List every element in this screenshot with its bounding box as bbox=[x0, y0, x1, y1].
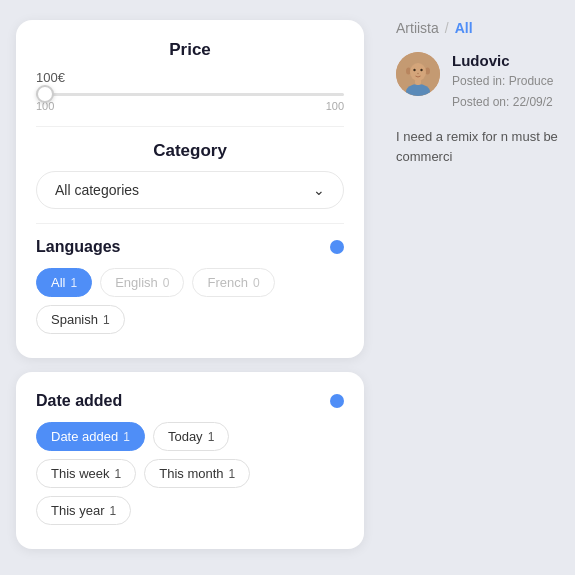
price-title: Price bbox=[36, 40, 344, 60]
slider-track bbox=[36, 93, 344, 96]
left-panel: Price 100€ 100 100 Category All categori… bbox=[0, 0, 380, 575]
divider-category-languages bbox=[36, 223, 344, 224]
language-tag-all[interactable]: All 1 bbox=[36, 268, 92, 297]
date-tag-dateadded[interactable]: Date added 1 bbox=[36, 422, 145, 451]
svg-point-7 bbox=[417, 73, 419, 75]
post-text: I need a remix for n must be commerci bbox=[396, 127, 559, 166]
user-name: Ludovic bbox=[452, 52, 553, 69]
date-tag-thismonth[interactable]: This month 1 bbox=[144, 459, 250, 488]
languages-tags-row1: All 1 English 0 French 0 bbox=[36, 268, 344, 297]
breadcrumb-all[interactable]: All bbox=[455, 20, 473, 36]
language-tag-english[interactable]: English 0 bbox=[100, 268, 184, 297]
date-tags-row1: Date added 1 Today 1 bbox=[36, 422, 344, 451]
lang-english-label: English bbox=[115, 275, 158, 290]
chevron-down-icon: ⌄ bbox=[313, 182, 325, 198]
date-tag-thisweek-count: 1 bbox=[115, 467, 122, 481]
languages-tags-row2: Spanish 1 bbox=[36, 305, 344, 334]
svg-point-4 bbox=[410, 63, 426, 81]
slider-labels: 100 100 bbox=[36, 100, 344, 112]
lang-all-label: All bbox=[51, 275, 65, 290]
date-tags-row2: This week 1 This month 1 bbox=[36, 459, 344, 488]
svg-point-6 bbox=[420, 69, 422, 71]
date-tag-dateadded-count: 1 bbox=[123, 430, 130, 444]
languages-toggle[interactable] bbox=[330, 240, 344, 254]
languages-title: Languages bbox=[36, 238, 120, 256]
slider-max-label: 100 bbox=[326, 100, 344, 112]
date-added-card: Date added Date added 1 Today 1 This wee… bbox=[16, 372, 364, 549]
date-tag-thisyear-count: 1 bbox=[109, 504, 116, 518]
lang-french-count: 0 bbox=[253, 276, 260, 290]
date-tag-today-label: Today bbox=[168, 429, 203, 444]
price-slider-wrapper[interactable]: 100 100 bbox=[36, 93, 344, 112]
language-tag-spanish[interactable]: Spanish 1 bbox=[36, 305, 125, 334]
date-tag-thismonth-count: 1 bbox=[229, 467, 236, 481]
lang-french-label: French bbox=[207, 275, 247, 290]
user-posted-in: Posted in: Produce bbox=[452, 72, 553, 90]
date-added-title: Date added bbox=[36, 392, 122, 410]
divider-price-category bbox=[36, 126, 344, 127]
languages-header: Languages bbox=[36, 238, 344, 256]
breadcrumb-separator: / bbox=[445, 20, 449, 36]
date-tag-thismonth-label: This month bbox=[159, 466, 223, 481]
user-posted-on: Posted on: 22/09/2 bbox=[452, 93, 553, 111]
lang-all-count: 1 bbox=[70, 276, 77, 290]
category-selected-value: All categories bbox=[55, 182, 139, 198]
lang-spanish-count: 1 bbox=[103, 313, 110, 327]
filter-card: Price 100€ 100 100 Category All categori… bbox=[16, 20, 364, 358]
language-tag-french[interactable]: French 0 bbox=[192, 268, 274, 297]
date-tag-today[interactable]: Today 1 bbox=[153, 422, 229, 451]
date-tag-thisweek-label: This week bbox=[51, 466, 110, 481]
category-title: Category bbox=[36, 141, 344, 161]
date-tag-dateadded-label: Date added bbox=[51, 429, 118, 444]
date-tag-today-count: 1 bbox=[208, 430, 215, 444]
right-panel: Artiista / All bbox=[380, 0, 575, 575]
svg-rect-9 bbox=[415, 79, 421, 85]
date-tag-thisyear-label: This year bbox=[51, 503, 104, 518]
breadcrumb: Artiista / All bbox=[396, 20, 559, 36]
lang-english-count: 0 bbox=[163, 276, 170, 290]
slider-thumb[interactable] bbox=[36, 85, 54, 103]
svg-point-5 bbox=[413, 69, 415, 71]
lang-spanish-label: Spanish bbox=[51, 312, 98, 327]
category-select[interactable]: All categories ⌄ bbox=[36, 171, 344, 209]
date-tags-row3: This year 1 bbox=[36, 496, 344, 525]
avatar-image bbox=[396, 52, 440, 96]
breadcrumb-artiista[interactable]: Artiista bbox=[396, 20, 439, 36]
avatar bbox=[396, 52, 440, 96]
date-added-header: Date added bbox=[36, 392, 344, 410]
user-info: Ludovic Posted in: Produce Posted on: 22… bbox=[452, 52, 553, 111]
date-tag-thisyear[interactable]: This year 1 bbox=[36, 496, 131, 525]
user-card: Ludovic Posted in: Produce Posted on: 22… bbox=[396, 52, 559, 111]
date-added-toggle[interactable] bbox=[330, 394, 344, 408]
date-tag-thisweek[interactable]: This week 1 bbox=[36, 459, 136, 488]
price-value: 100€ bbox=[36, 70, 344, 85]
